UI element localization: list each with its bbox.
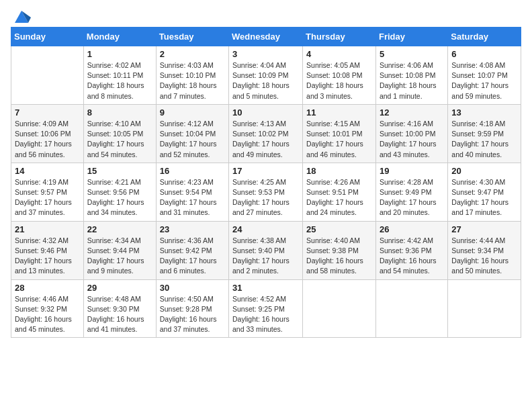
calendar-cell: 2Sunrise: 4:03 AMSunset: 10:10 PMDayligh… [156,46,228,105]
header-cell-saturday: Saturday [448,28,521,46]
day-info: Sunrise: 4:09 AMSunset: 10:06 PMDaylight… [15,119,80,160]
calendar-cell: 18Sunrise: 4:26 AMSunset: 9:51 PMDayligh… [303,163,376,221]
calendar-cell: 20Sunrise: 4:30 AMSunset: 9:47 PMDayligh… [448,163,521,221]
calendar-cell: 27Sunrise: 4:44 AMSunset: 9:34 PMDayligh… [448,221,521,279]
day-number: 31 [232,283,299,293]
calendar-header: SundayMondayTuesdayWednesdayThursdayFrid… [11,28,521,46]
day-info: Sunrise: 4:06 AMSunset: 10:08 PMDaylight… [380,60,444,101]
calendar-cell: 7Sunrise: 4:09 AMSunset: 10:06 PMDayligh… [11,104,84,163]
day-info: Sunrise: 4:36 AMSunset: 9:42 PMDaylight:… [160,236,225,277]
calendar-cell: 5Sunrise: 4:06 AMSunset: 10:08 PMDayligh… [375,46,447,105]
day-number: 29 [87,283,152,293]
day-number: 23 [160,224,225,234]
header-cell-thursday: Thursday [303,28,376,46]
calendar-cell: 3Sunrise: 4:04 AMSunset: 10:09 PMDayligh… [229,46,303,105]
header-cell-friday: Friday [375,28,447,46]
calendar-cell: 16Sunrise: 4:23 AMSunset: 9:54 PMDayligh… [156,163,228,221]
day-info: Sunrise: 4:42 AMSunset: 9:36 PMDaylight:… [380,236,444,277]
day-info: Sunrise: 4:19 AMSunset: 9:57 PMDaylight:… [15,177,80,218]
day-info: Sunrise: 4:25 AMSunset: 9:53 PMDaylight:… [232,177,299,218]
header-cell-monday: Monday [83,28,156,46]
calendar-cell: 30Sunrise: 4:50 AMSunset: 9:28 PMDayligh… [156,279,228,338]
day-number: 11 [306,107,372,118]
day-info: Sunrise: 4:04 AMSunset: 10:09 PMDaylight… [232,60,299,101]
day-number: 21 [15,224,80,234]
calendar-cell: 15Sunrise: 4:21 AMSunset: 9:56 PMDayligh… [83,163,156,221]
calendar-cell: 26Sunrise: 4:42 AMSunset: 9:36 PMDayligh… [375,221,447,279]
header-cell-wednesday: Wednesday [229,28,303,46]
calendar-week-1: 1Sunrise: 4:02 AMSunset: 10:11 PMDayligh… [11,46,521,105]
day-info: Sunrise: 4:18 AMSunset: 9:59 PMDaylight:… [451,119,517,160]
day-info: Sunrise: 4:34 AMSunset: 9:44 PMDaylight:… [87,236,152,277]
day-number: 6 [451,49,517,59]
day-number: 8 [87,107,152,118]
day-info: Sunrise: 4:52 AMSunset: 9:25 PMDaylight:… [232,294,299,335]
day-number: 13 [451,107,517,118]
day-info: Sunrise: 4:23 AMSunset: 9:54 PMDaylight:… [160,177,225,218]
calendar-week-2: 7Sunrise: 4:09 AMSunset: 10:06 PMDayligh… [11,104,521,163]
day-number: 7 [15,107,80,118]
day-info: Sunrise: 4:16 AMSunset: 10:00 PMDaylight… [380,119,444,160]
calendar-cell: 6Sunrise: 4:08 AMSunset: 10:07 PMDayligh… [448,46,521,105]
day-number: 17 [232,166,299,176]
calendar-cell: 23Sunrise: 4:36 AMSunset: 9:42 PMDayligh… [156,221,228,279]
day-number: 24 [232,224,299,234]
day-number: 19 [380,166,444,176]
day-info: Sunrise: 4:05 AMSunset: 10:08 PMDaylight… [306,60,372,101]
calendar-cell: 13Sunrise: 4:18 AMSunset: 9:59 PMDayligh… [448,104,521,163]
day-number: 5 [380,49,444,59]
day-number: 15 [87,166,152,176]
calendar-cell: 17Sunrise: 4:25 AMSunset: 9:53 PMDayligh… [229,163,303,221]
day-number: 26 [380,224,444,234]
day-number: 22 [87,224,152,234]
day-info: Sunrise: 4:02 AMSunset: 10:11 PMDaylight… [87,60,152,101]
calendar-week-4: 21Sunrise: 4:32 AMSunset: 9:46 PMDayligh… [11,221,521,279]
calendar-cell: 25Sunrise: 4:40 AMSunset: 9:38 PMDayligh… [303,221,376,279]
day-number: 14 [15,166,80,176]
day-number: 2 [160,49,225,59]
calendar-cell: 4Sunrise: 4:05 AMSunset: 10:08 PMDayligh… [303,46,376,105]
day-number: 10 [232,107,299,118]
calendar-cell: 29Sunrise: 4:48 AMSunset: 9:30 PMDayligh… [83,279,156,338]
day-info: Sunrise: 4:15 AMSunset: 10:01 PMDaylight… [306,119,372,160]
day-info: Sunrise: 4:46 AMSunset: 9:32 PMDaylight:… [15,294,80,335]
day-info: Sunrise: 4:48 AMSunset: 9:30 PMDaylight:… [87,294,152,335]
day-info: Sunrise: 4:38 AMSunset: 9:40 PMDaylight:… [232,236,299,277]
calendar-week-5: 28Sunrise: 4:46 AMSunset: 9:32 PMDayligh… [11,279,521,338]
day-number: 9 [160,107,225,118]
calendar-cell [11,46,84,105]
day-info: Sunrise: 4:32 AMSunset: 9:46 PMDaylight:… [15,236,80,277]
calendar-cell: 12Sunrise: 4:16 AMSunset: 10:00 PMDaylig… [375,104,447,163]
header-row: SundayMondayTuesdayWednesdayThursdayFrid… [11,28,521,46]
day-info: Sunrise: 4:12 AMSunset: 10:04 PMDaylight… [160,119,225,160]
calendar-cell [303,279,376,338]
calendar-cell: 19Sunrise: 4:28 AMSunset: 9:49 PMDayligh… [375,163,447,221]
calendar-cell: 28Sunrise: 4:46 AMSunset: 9:32 PMDayligh… [11,279,84,338]
day-info: Sunrise: 4:26 AMSunset: 9:51 PMDaylight:… [306,177,372,218]
calendar-table: SundayMondayTuesdayWednesdayThursdayFrid… [11,27,521,338]
day-info: Sunrise: 4:28 AMSunset: 9:49 PMDaylight:… [380,177,444,218]
page-header [11,7,521,23]
logo [11,7,31,23]
day-info: Sunrise: 4:50 AMSunset: 9:28 PMDaylight:… [160,294,225,335]
calendar-cell: 9Sunrise: 4:12 AMSunset: 10:04 PMDayligh… [156,104,228,163]
day-number: 18 [306,166,372,176]
calendar-week-3: 14Sunrise: 4:19 AMSunset: 9:57 PMDayligh… [11,163,521,221]
day-number: 30 [160,283,225,293]
logo-icon [12,7,31,26]
calendar-cell: 31Sunrise: 4:52 AMSunset: 9:25 PMDayligh… [229,279,303,338]
calendar-cell: 1Sunrise: 4:02 AMSunset: 10:11 PMDayligh… [83,46,156,105]
day-number: 12 [380,107,444,118]
day-info: Sunrise: 4:13 AMSunset: 10:02 PMDaylight… [232,119,299,160]
calendar-cell [448,279,521,338]
day-info: Sunrise: 4:03 AMSunset: 10:10 PMDaylight… [160,60,225,101]
day-info: Sunrise: 4:21 AMSunset: 9:56 PMDaylight:… [87,177,152,218]
day-number: 20 [451,166,517,176]
header-cell-sunday: Sunday [11,28,84,46]
header-cell-tuesday: Tuesday [156,28,228,46]
calendar-body: 1Sunrise: 4:02 AMSunset: 10:11 PMDayligh… [11,46,521,338]
day-number: 3 [232,49,299,59]
calendar-cell: 24Sunrise: 4:38 AMSunset: 9:40 PMDayligh… [229,221,303,279]
day-number: 27 [451,224,517,234]
day-number: 25 [306,224,372,234]
